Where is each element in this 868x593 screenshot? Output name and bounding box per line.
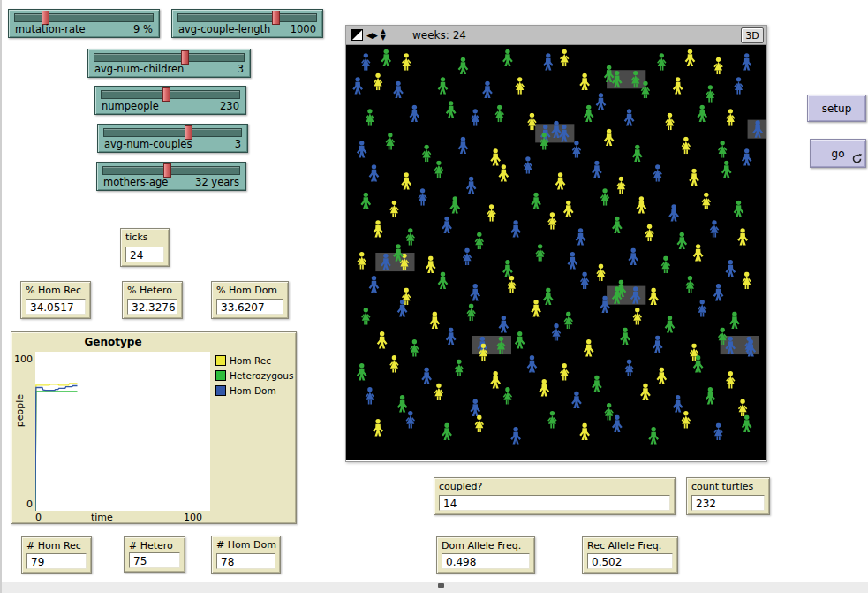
scroll-grip[interactable] bbox=[438, 583, 444, 588]
legend-swatch-icon bbox=[215, 355, 226, 366]
woman-agent bbox=[434, 384, 443, 400]
woman-agent bbox=[600, 188, 609, 205]
person-agent bbox=[357, 141, 367, 157]
person-agent bbox=[510, 220, 521, 237]
person-agent bbox=[438, 272, 449, 289]
slider-track[interactable] bbox=[101, 90, 240, 99]
slider-avg-couple-length[interactable]: avg-couple-length1000 bbox=[171, 9, 323, 38]
person-agent bbox=[502, 49, 513, 66]
slider-mothers-age[interactable]: mothers-age32 years bbox=[96, 162, 246, 191]
legend-label: Hom Rec bbox=[230, 355, 271, 366]
person-agent bbox=[567, 252, 577, 269]
person-agent bbox=[648, 288, 659, 305]
slider-handle[interactable] bbox=[162, 87, 170, 102]
woman-agent bbox=[718, 141, 727, 157]
person-agent bbox=[571, 392, 582, 408]
go-button[interactable]: go bbox=[810, 139, 866, 168]
world-view-header: ◀▶ ▲ ▼ weeks: 24 3D bbox=[346, 26, 766, 45]
monitor-label: count turtles bbox=[687, 478, 769, 494]
monitor-rec-allele-freq: Rec Allele Freq. 0.502 bbox=[582, 536, 678, 574]
vertical-cycle-icon[interactable]: ▲ ▼ bbox=[381, 29, 386, 41]
person-agent bbox=[624, 109, 635, 125]
legend-entry: Hom Dom bbox=[215, 383, 293, 398]
person-agent bbox=[676, 232, 687, 249]
person-agent bbox=[502, 260, 513, 277]
slider-label: avg-couple-length bbox=[178, 24, 270, 35]
person-agent bbox=[592, 376, 602, 392]
world-canvas[interactable] bbox=[346, 45, 766, 460]
y-axis-max-tick: 100 bbox=[11, 354, 33, 365]
person-agent bbox=[592, 161, 602, 178]
woman-agent bbox=[572, 141, 581, 157]
slider-value: 9 % bbox=[133, 24, 153, 35]
monitor-value: 32.3276 bbox=[127, 299, 177, 315]
person-agent bbox=[637, 196, 647, 213]
person-agent bbox=[653, 336, 663, 353]
legend-entry: Hom Rec bbox=[215, 353, 293, 368]
legend-label: Heterozygous bbox=[230, 370, 293, 381]
monitor-value: 75 bbox=[129, 552, 180, 568]
person-agent bbox=[576, 228, 586, 245]
woman-agent bbox=[366, 387, 374, 404]
woman-agent bbox=[743, 272, 751, 289]
person-agent bbox=[449, 196, 460, 213]
person-agent bbox=[596, 93, 607, 110]
woman-agent bbox=[726, 109, 735, 125]
slider-value: 3 bbox=[238, 64, 244, 75]
woman-agent bbox=[434, 161, 443, 178]
3d-view-button[interactable]: 3D bbox=[741, 27, 764, 43]
slider-label: numpeople bbox=[102, 101, 159, 112]
monitor-pct-hetero: % Hetero 32.3276 bbox=[122, 281, 183, 319]
woman-agent bbox=[366, 109, 374, 125]
person-agent bbox=[482, 81, 493, 98]
woman-agent bbox=[713, 57, 722, 74]
plot-canvas bbox=[35, 352, 210, 511]
person-agent bbox=[673, 77, 683, 94]
woman-agent bbox=[698, 300, 706, 316]
person-agent bbox=[369, 164, 380, 181]
monitor-value: 0.498 bbox=[442, 553, 530, 569]
person-agent bbox=[713, 284, 724, 300]
person-agent bbox=[685, 49, 696, 66]
woman-agent bbox=[527, 113, 536, 130]
woman-agent bbox=[560, 49, 569, 66]
person-agent bbox=[377, 331, 388, 348]
person-agent bbox=[721, 161, 732, 178]
slider-label: avg-num-couples bbox=[104, 139, 192, 150]
woman-agent bbox=[487, 204, 495, 221]
slider-mutation-rate[interactable]: mutation-rate9 % bbox=[8, 9, 160, 38]
slider-track[interactable] bbox=[102, 166, 240, 175]
slider-label: mutation-rate bbox=[15, 24, 86, 35]
person-agent bbox=[665, 316, 676, 332]
person-agent bbox=[729, 312, 740, 329]
woman-agent bbox=[713, 423, 722, 440]
slider-avg-num-children[interactable]: avg-num-children3 bbox=[87, 49, 251, 78]
person-agent bbox=[515, 331, 525, 348]
person-agent bbox=[458, 137, 469, 154]
slider-numpeople[interactable]: numpeople230 bbox=[94, 86, 246, 115]
person-agent bbox=[458, 57, 469, 74]
slider-track[interactable] bbox=[14, 13, 154, 22]
person-agent bbox=[442, 423, 452, 440]
person-agent bbox=[584, 339, 594, 356]
setup-button[interactable]: setup bbox=[807, 95, 866, 122]
monitor-label: % Hetero bbox=[123, 282, 182, 298]
person-agent bbox=[410, 105, 420, 122]
slider-track[interactable] bbox=[103, 128, 242, 137]
person-agent bbox=[466, 177, 477, 194]
person-agent bbox=[656, 368, 667, 384]
setup-button-label: setup bbox=[822, 103, 852, 115]
horizontal-cycle-icon[interactable]: ◀▶ bbox=[366, 31, 377, 40]
woman-agent bbox=[516, 77, 525, 94]
slider-track[interactable] bbox=[94, 53, 245, 62]
person-agent bbox=[470, 399, 480, 416]
person-agent bbox=[397, 395, 408, 412]
woman-agent bbox=[422, 145, 431, 162]
forever-icon bbox=[851, 153, 863, 164]
person-agent bbox=[648, 427, 659, 444]
slider-track[interactable] bbox=[177, 13, 317, 22]
resize-view-icon[interactable] bbox=[351, 29, 363, 41]
slider-handle[interactable] bbox=[272, 11, 280, 25]
person-agent bbox=[579, 73, 590, 90]
slider-avg-num-couples[interactable]: avg-num-couples3 bbox=[97, 124, 248, 153]
